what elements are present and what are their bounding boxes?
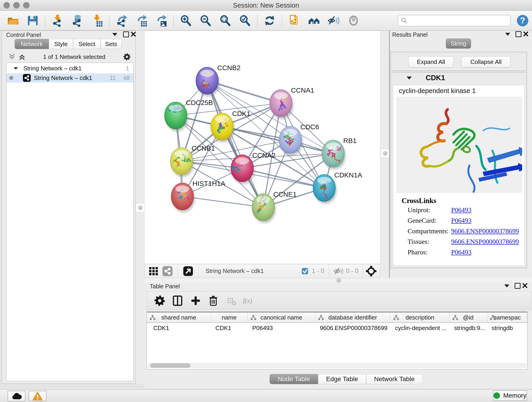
tab-node-table[interactable]: Node Table [270, 374, 318, 384]
open-home-button[interactable] [307, 14, 321, 27]
tab-style[interactable]: Style [49, 39, 73, 49]
zoom-in-button[interactable] [179, 14, 192, 27]
table-header-row: shared namename canonical name database … [147, 313, 527, 323]
network-node-CCNE1[interactable] [252, 193, 274, 221]
table-panel-float-button[interactable] [504, 284, 509, 287]
cdk1-collapse-caret-icon[interactable] [407, 77, 412, 80]
column-header-description[interactable]: description [390, 313, 450, 323]
column-header-database-identifier[interactable]: database identifier [315, 313, 390, 323]
search-input[interactable] [409, 17, 507, 24]
network-share-gray-icon[interactable] [162, 266, 172, 276]
export-network-to-web-button[interactable] [288, 14, 301, 27]
control-panel-close-icon[interactable] [131, 32, 136, 37]
network-node-CCNB1[interactable] [170, 148, 193, 175]
network-collection-row[interactable]: String Network – cdk1 1 [6, 64, 133, 73]
network-node-CCNA1[interactable] [270, 89, 292, 117]
tab-select[interactable]: Select [73, 39, 101, 49]
level-of-detail-button[interactable] [347, 14, 360, 27]
cloud-status-button[interactable] [7, 391, 25, 401]
scrollbar-thumb[interactable] [150, 363, 190, 368]
tab-string[interactable]: String [446, 38, 471, 49]
zoom-out-button[interactable] [199, 14, 212, 27]
birds-eye-view-icon[interactable] [366, 266, 376, 276]
column-header-shared-name[interactable]: shared name [147, 313, 211, 323]
expand-all-button[interactable]: Expand All [408, 56, 454, 67]
column-header-name[interactable]: name [211, 313, 248, 323]
network-node-CDK1[interactable] [211, 113, 233, 140]
network-node-CDKN1A[interactable] [313, 174, 336, 201]
left-splitter-handle[interactable] [136, 203, 145, 212]
tab-sets[interactable]: Sets [101, 39, 122, 49]
table-panel-close-icon[interactable] [522, 283, 527, 288]
open-session-button[interactable] [6, 14, 20, 27]
network-status-dot-icon [9, 76, 13, 80]
apply-preferred-layout-button[interactable] [263, 14, 276, 27]
right-splitter-handle[interactable] [381, 149, 389, 158]
right-splitter[interactable] [380, 31, 389, 278]
grid-view-icon[interactable] [149, 266, 159, 276]
column-namespace-icon [318, 315, 324, 320]
zoom-fit-content-button[interactable] [219, 14, 232, 27]
zoom-selected-button[interactable] [238, 14, 252, 27]
selected-nodes-edges: 1 - 0 [312, 268, 324, 274]
import-table-from-file-button[interactable] [90, 14, 104, 27]
table-row[interactable]: CDK1CDK1P064939606.ENSP00000378699cyclin… [147, 323, 527, 333]
results-panel-maximize-button[interactable] [515, 31, 521, 37]
crosslink-value-link[interactable]: 9606.ENSP00000378699 [451, 238, 519, 245]
network-share-icon [23, 74, 31, 82]
table-options-gear-icon[interactable] [153, 294, 167, 307]
import-network-from-database-button[interactable] [70, 14, 84, 27]
node-table: shared namename canonical name database … [147, 312, 527, 370]
control-panel-float-button[interactable] [112, 33, 117, 36]
horizontal-splitter-handle[interactable] [336, 278, 341, 283]
network-node-CDC6[interactable] [279, 126, 302, 153]
hide-graphics-details-button[interactable] [327, 14, 341, 27]
network-options-gear-icon[interactable] [123, 53, 131, 61]
network-node-CCNB2[interactable] [196, 67, 218, 94]
save-session-button[interactable] [26, 14, 39, 27]
results-panel-close-icon[interactable] [523, 32, 528, 36]
warning-status-button[interactable] [29, 391, 46, 401]
network-node-CDC25B[interactable] [162, 102, 187, 129]
crosslink-row: GeneCard: P06493 [393, 217, 525, 227]
collapse-all-icon[interactable] [8, 53, 15, 60]
show-columns-icon[interactable] [171, 294, 184, 307]
expand-all-icon[interactable] [19, 53, 25, 60]
network-row[interactable]: String Network – cdk1 11 48 [6, 73, 133, 83]
memory-button[interactable]: Memory [493, 390, 527, 401]
search-icon [401, 17, 407, 24]
table-horizontal-scrollbar[interactable] [147, 363, 527, 368]
collection-caret-icon[interactable] [14, 67, 18, 70]
column-header--id[interactable]: @id [450, 313, 487, 323]
import-network-from-file-button[interactable] [51, 14, 64, 27]
open-in-new-window-icon[interactable] [183, 266, 193, 276]
tab-edge-table[interactable]: Edge Table [318, 374, 366, 384]
open-session-icon [7, 14, 19, 27]
column-header-namespac[interactable]: namespac [487, 313, 527, 323]
table-panel-maximize-button[interactable] [515, 283, 520, 289]
crosslink-value-link[interactable]: 9606.ENSP00000378699 [451, 227, 519, 235]
results-panel-float-button[interactable] [505, 33, 510, 36]
crosslink-value-link[interactable]: P06493 [451, 206, 472, 214]
collapse-all-button[interactable]: Collapse All [462, 56, 510, 67]
selected-checkbox-icon[interactable] [302, 268, 308, 274]
create-column-icon[interactable] [189, 294, 202, 307]
horizontal-splitter[interactable] [144, 278, 532, 283]
control-panel-maximize-button[interactable] [123, 32, 129, 37]
crosslink-value-link[interactable]: P06493 [451, 249, 472, 256]
crosslink-value-link[interactable]: P06493 [451, 217, 472, 224]
search-box[interactable] [398, 15, 510, 26]
tab-network-table[interactable]: Network Table [366, 374, 423, 384]
help-button[interactable]: ? [516, 14, 529, 27]
export-table-to-file-button[interactable] [135, 14, 148, 27]
delete-column-trash-icon[interactable] [206, 294, 220, 307]
export-network-to-file-button[interactable] [115, 14, 128, 27]
level-of-detail-icon [347, 14, 360, 27]
export-image-button[interactable] [154, 14, 168, 27]
network-node-RB1[interactable] [322, 140, 344, 167]
svg-text:?: ? [520, 16, 525, 25]
tab-network[interactable]: Network [15, 39, 49, 49]
left-splitter[interactable] [136, 31, 144, 384]
column-header-canonical-name[interactable]: canonical name [248, 313, 315, 323]
network-view-canvas[interactable]: CCNB2CCNA1CDC25BCDK1CDC6RB1CCNB1CCNA2CDK… [144, 31, 380, 264]
